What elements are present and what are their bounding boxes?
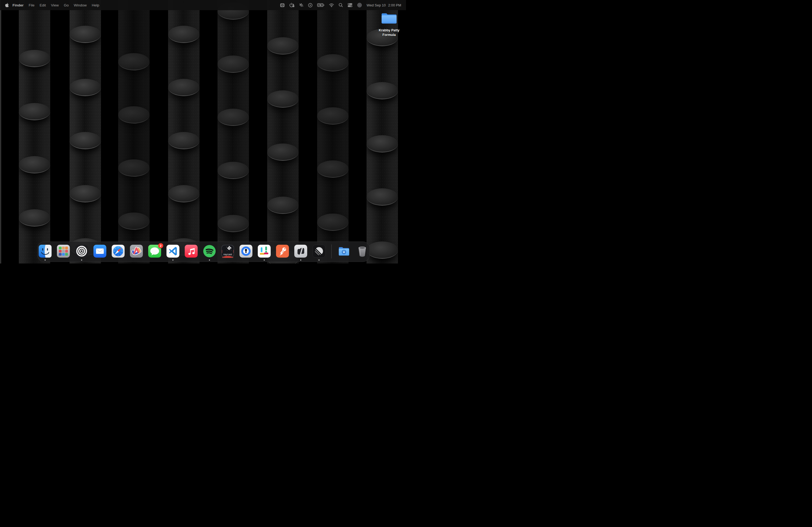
wallpaper-cylinder-cap [366, 82, 398, 99]
dock-linear[interactable] [312, 244, 326, 258]
glitch-tile-menu-icon[interactable] [299, 3, 303, 7]
dock-arc[interactable] [130, 244, 143, 258]
wallpaper-cylinder-cap [168, 26, 200, 43]
wallpaper-edge-sliver [0, 0, 2, 264]
menu-view[interactable]: View [48, 3, 61, 7]
menu-bar-clock[interactable]: Wed Sep 102:00 PM [366, 3, 401, 7]
wallpaper-cylinder-cap [19, 103, 50, 120]
wallpaper-cylinder-cap [218, 162, 249, 179]
wallpaper-cylinder-cap [118, 212, 149, 230]
dock-zed[interactable] [294, 244, 307, 258]
spotify-icon [203, 244, 216, 258]
sunburst-menu-icon[interactable] [280, 3, 285, 7]
raycast-icon [221, 244, 234, 258]
wallpaper-cylinder-cap [19, 50, 50, 67]
dock-mail[interactable] [93, 244, 106, 258]
desktop-folder-krabby-patty-formula[interactable]: Krabby Patty Formula [373, 12, 405, 37]
launchpad-icon [57, 244, 70, 258]
wallpaper-cylinder-cap [218, 215, 249, 232]
downloads-folder-icon [337, 244, 351, 258]
wallpaper-cylinder-cap [70, 132, 101, 149]
menu-finder[interactable]: Finder [10, 3, 26, 7]
dock-vscode[interactable] [166, 244, 180, 258]
folder-label: Krabby Patty Formula [373, 28, 405, 37]
clock-date: Wed Sep 10 [366, 3, 386, 7]
control-center-icon[interactable] [347, 3, 352, 7]
wallpaper-cylinder-cap [168, 79, 200, 96]
menu-bar-left: Finder File Edit View Go Window Help [0, 3, 102, 7]
concentric-circles-icon [75, 244, 88, 258]
menu-edit[interactable]: Edit [37, 3, 48, 7]
apple-menu-icon[interactable] [5, 3, 9, 7]
dock: 2 [37, 241, 370, 262]
dock-slack[interactable] [258, 244, 271, 258]
spotlight-search-icon[interactable] [338, 3, 343, 7]
vscode-icon [166, 244, 180, 258]
wallpaper-cylinder-cap [168, 132, 200, 149]
dock-1password[interactable] [239, 244, 253, 258]
now-playing-menu-icon[interactable] [308, 3, 313, 7]
running-indicator [81, 259, 82, 260]
dock-raycast[interactable]: raycast [221, 244, 234, 258]
wallpaper-cylinder-cap [70, 26, 101, 43]
wallpaper-cylinder-cap [118, 53, 149, 70]
dock-music[interactable] [185, 244, 198, 258]
wallpaper-cylinder-cap [366, 241, 398, 259]
menu-bar-status: Wed Sep 102:00 PM [280, 3, 406, 7]
wallpaper-cylinder-cap [168, 185, 200, 202]
macos-desktop: Finder File Edit View Go Window Help [0, 0, 406, 264]
running-indicator [318, 259, 320, 260]
round-texture-menu-icon[interactable] [357, 3, 362, 7]
music-icon [185, 244, 198, 258]
notification-badge: 2 [158, 243, 163, 248]
wallpaper-cylinder-cap [267, 197, 299, 214]
dock-launchpad[interactable] [57, 244, 70, 258]
1password-icon [239, 244, 253, 258]
wallpaper-cylinder-cap [118, 106, 149, 123]
wallpaper-cylinder-cap [366, 189, 398, 206]
menu-window[interactable]: Window [71, 3, 89, 7]
dock-finder[interactable] [39, 244, 52, 258]
wallpaper-cylinder-cap [218, 109, 249, 126]
arc-browser-icon [130, 244, 143, 258]
dock-trash[interactable] [356, 244, 369, 258]
power-lock-menu-icon[interactable] [289, 3, 294, 7]
wallpaper-cylinder-cap [19, 209, 50, 226]
dock-postman[interactable] [276, 244, 289, 258]
safari-icon [112, 244, 125, 258]
wallpaper-cylinder-cap [19, 156, 50, 174]
dock-concentric-circles-app[interactable] [75, 244, 88, 258]
wifi-icon[interactable] [329, 3, 334, 7]
wallpaper-cylinder-cap [317, 107, 349, 124]
clock-time: 2:00 PM [388, 3, 401, 7]
linear-icon [312, 244, 326, 258]
wallpaper-cylinder-cap [118, 160, 149, 177]
running-indicator [264, 259, 265, 260]
zed-icon [294, 244, 307, 258]
menu-file[interactable]: File [26, 3, 37, 7]
dock-separator [331, 244, 332, 258]
trash-icon [356, 244, 369, 258]
dock-messages[interactable]: 2 [148, 244, 161, 258]
dock-safari[interactable] [112, 244, 125, 258]
battery-charging-icon[interactable] [317, 3, 324, 7]
slack-icon [258, 244, 271, 258]
wallpaper-cylinder-cap [317, 214, 349, 231]
menu-go[interactable]: Go [61, 3, 71, 7]
folder-icon [373, 12, 405, 25]
postman-icon [276, 244, 289, 258]
menu-bar: Finder File Edit View Go Window Help [0, 0, 406, 10]
mail-icon [93, 244, 106, 258]
wallpaper-cylinder-cap [70, 79, 101, 96]
menu-help[interactable]: Help [89, 3, 102, 7]
wallpaper-cylinder-cap [267, 37, 299, 55]
raycast-tile-label: raycast [221, 253, 234, 256]
running-indicator [172, 259, 173, 260]
finder-icon [39, 244, 52, 258]
wallpaper-cylinder-cap [70, 185, 101, 202]
wallpaper-cylinder-cap [366, 135, 398, 152]
wallpaper [0, 0, 406, 264]
dock-spotify[interactable] [203, 244, 216, 258]
wallpaper-cylinder-cap [317, 54, 349, 71]
dock-downloads-folder[interactable] [337, 244, 351, 258]
